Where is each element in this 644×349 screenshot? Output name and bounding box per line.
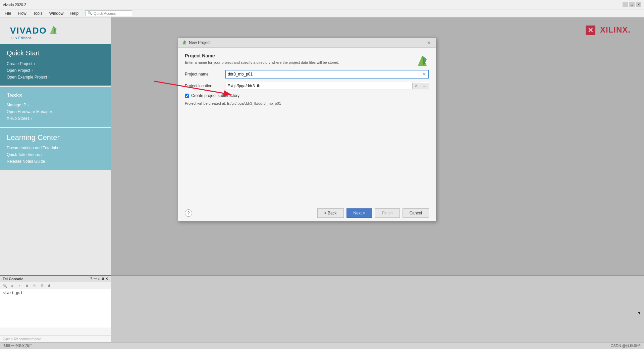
learning-center-title: Learning Center (7, 133, 104, 142)
tcl-list-button[interactable]: ☰ (39, 283, 45, 288)
hardware-manager-label: Open Hardware Manager (7, 109, 52, 114)
help-button[interactable]: ? (185, 209, 192, 217)
tcl-toolbar: 🔍 ≡ ↑ ⏸ ⎘ ☰ 🗑 (0, 282, 111, 289)
tcl-close-icon[interactable]: ✕ (105, 277, 108, 281)
project-location-input-container: ✕ ··· (225, 82, 429, 90)
tcl-clear-button[interactable]: 🗑 (46, 283, 52, 288)
chevron-right-icon: › (31, 116, 32, 120)
cancel-button[interactable]: Cancel (402, 208, 429, 218)
status-bar: 创建一个新的项目 CSDN @候梓华子 (0, 342, 644, 349)
tcl-cursor (3, 295, 3, 299)
dialog-vivado-icon (181, 40, 187, 45)
open-example-label: Open Example Project (7, 75, 47, 80)
status-right-text: CSDN @候梓华子 (611, 343, 641, 348)
tasks-title: Tasks (7, 92, 104, 99)
finish-button[interactable]: Finish (375, 208, 400, 218)
tasks-section: Tasks Manage IP › Open Hardware Manager … (0, 87, 111, 127)
menu-help[interactable]: Help (67, 10, 82, 16)
hlx-label: HLx Editions (11, 36, 58, 40)
tcl-minimize-icon[interactable]: — (94, 277, 97, 281)
status-left-text: 创建一个新的项目 (3, 343, 33, 348)
chevron-right-icon: › (59, 146, 61, 150)
next-button[interactable]: Next > (346, 208, 372, 218)
menu-tools[interactable]: Tools (30, 10, 46, 16)
tcl-align-button[interactable]: ≡ (9, 283, 15, 288)
sidebar-item-open-example[interactable]: Open Example Project › (7, 74, 104, 81)
tcl-float-icon[interactable]: ⧉ (102, 277, 104, 281)
tcl-title-label: Tcl Console (3, 277, 23, 281)
dialog-footer: ? < Back Next > Finish Cancel (178, 205, 436, 221)
sidebar-item-open-project[interactable]: Open Project › (7, 67, 104, 74)
tcl-question-icon: ? (90, 277, 92, 281)
chevron-right-icon: › (32, 68, 33, 72)
project-name-row: Project name: ✕ (185, 70, 429, 79)
tcl-up-button[interactable]: ↑ (17, 283, 23, 288)
tcl-input-bar: Type a Tcl command here (0, 335, 111, 342)
checkbox-row: Create project subdirectory (185, 93, 429, 98)
quick-access-bar: 🔍 Quick Access (85, 10, 132, 16)
maximize-button[interactable]: □ (629, 2, 635, 7)
dialog-content: Project Name Enter a name for your proje… (178, 48, 436, 111)
quick-start-title: Quick Start (7, 49, 104, 57)
sidebar-item-hardware-manager[interactable]: Open Hardware Manager › (7, 108, 104, 115)
new-project-dialog: New Project ✕ Project Name Enter a name … (178, 38, 436, 221)
back-button[interactable]: < Back (317, 208, 344, 218)
project-location-input[interactable] (225, 82, 412, 90)
project-location-row: Project location: ✕ ··· (185, 82, 429, 90)
tcl-copy-button[interactable]: ⎘ (32, 283, 38, 288)
open-project-label: Open Project (7, 68, 30, 73)
dialog-title-text: New Project (189, 40, 211, 45)
tcl-title-controls: ? — □ ⧉ ✕ (90, 277, 108, 281)
sidebar-item-release-notes[interactable]: Release Notes Guide › (7, 158, 104, 165)
tcl-pause-button[interactable]: ⏸ (24, 283, 30, 288)
dialog-description: Enter a name for your project and specif… (185, 60, 429, 64)
dialog-title-bar: New Project ✕ (178, 38, 436, 48)
vivado-brand: VIVADO (10, 26, 58, 36)
dialog-close-button[interactable]: ✕ (426, 40, 432, 45)
dialog-section-title: Project Name (185, 53, 429, 58)
chevron-right-icon: › (34, 62, 35, 66)
quick-take-label: Quick Take Videos (7, 152, 40, 157)
create-subdirectory-checkbox[interactable] (185, 94, 189, 98)
release-notes-label: Release Notes Guide (7, 159, 45, 164)
search-icon: 🔍 (88, 11, 92, 15)
location-browse-button[interactable]: ··· (420, 83, 429, 89)
learning-section: Learning Center Documentation and Tutori… (0, 128, 111, 170)
create-subdirectory-label[interactable]: Create project subdirectory (191, 93, 239, 98)
sidebar-item-manage-ip[interactable]: Manage IP › (7, 102, 104, 108)
vivado-logo: VIVADO HLx Editions (10, 26, 58, 40)
sidebar-item-xhub[interactable]: XHub Stores › (7, 115, 104, 122)
menu-flow[interactable]: Flow (14, 10, 30, 16)
chevron-right-icon: › (41, 153, 43, 157)
menu-window[interactable]: Window (46, 10, 67, 16)
tcl-search-button[interactable]: 🔍 (2, 283, 8, 288)
sidebar-item-documentation[interactable]: Documentation and Tutorials › (7, 145, 104, 151)
tcl-title-bar: Tcl Console ? — □ ⧉ ✕ (0, 276, 111, 282)
tcl-command-line: start_gui (3, 291, 108, 295)
logo-area: VIVADO HLx Editions (0, 17, 111, 44)
sidebar-item-quick-take[interactable]: Quick Take Videos › (7, 151, 104, 158)
quick-access-placeholder: Quick Access (94, 11, 116, 15)
xhub-label: XHub Stores (7, 116, 30, 121)
tcl-maximize-icon[interactable]: □ (98, 277, 100, 281)
window-controls: — □ ✕ (623, 2, 641, 7)
project-name-clear-icon[interactable]: ✕ (420, 71, 428, 78)
close-window-button[interactable]: ✕ (636, 2, 641, 7)
manage-ip-label: Manage IP (7, 103, 26, 107)
project-name-input[interactable] (226, 70, 420, 78)
vivado-name: VIVADO (10, 26, 47, 36)
menu-file[interactable]: File (1, 10, 14, 16)
project-name-input-container: ✕ (225, 70, 429, 79)
vivado-dialog-icon (416, 55, 429, 69)
location-clear-icon[interactable]: ✕ (412, 83, 420, 89)
project-path-info: Project will be created at: E:/git/fpga/… (185, 101, 429, 105)
chevron-right-icon: › (48, 75, 50, 79)
minimize-button[interactable]: — (623, 2, 628, 7)
tcl-input-placeholder: Type a Tcl command here (3, 337, 41, 341)
project-location-label: Project location: (185, 84, 225, 88)
sidebar-item-create-project[interactable]: Create Project › (7, 60, 104, 67)
menu-bar: File Flow Tools Window Help 🔍 Quick Acce… (0, 9, 644, 17)
chevron-right-icon: › (53, 110, 55, 114)
quick-start-section: Quick Start Create Project › Open Projec… (0, 44, 111, 86)
create-project-label: Create Project (7, 61, 33, 66)
